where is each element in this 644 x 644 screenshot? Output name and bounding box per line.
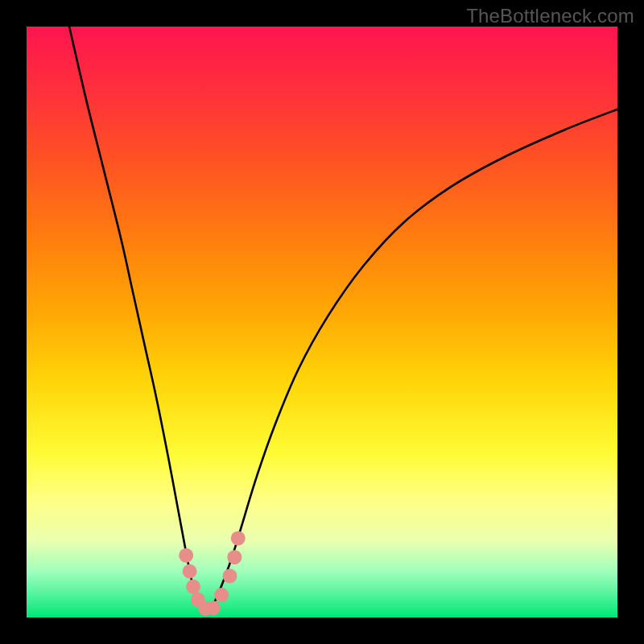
- marker-point: [179, 548, 193, 563]
- marker-point: [214, 588, 229, 602]
- marker-point: [231, 531, 246, 546]
- marker-point: [223, 569, 237, 584]
- plot-area: [27, 27, 617, 617]
- watermark-text: TheBottleneck.com: [466, 5, 634, 27]
- marker-point: [227, 550, 242, 564]
- chart-frame: TheBottleneck.com: [0, 0, 644, 644]
- chart-svg: [27, 27, 617, 617]
- marker-point: [183, 564, 197, 579]
- marker-point: [186, 580, 200, 594]
- gradient-background: [27, 27, 617, 617]
- marker-point: [206, 601, 221, 615]
